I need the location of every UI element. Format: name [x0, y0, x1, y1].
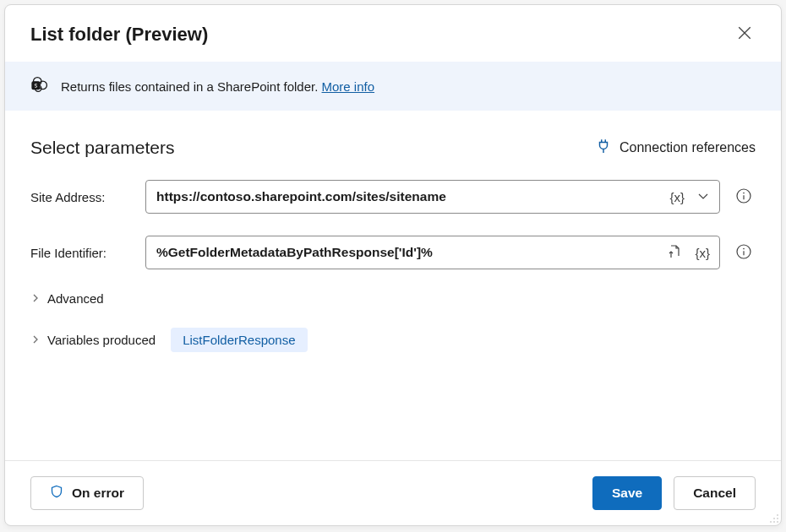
svg-point-13 — [777, 521, 778, 523]
svg-rect-3 — [32, 82, 40, 90]
variable-chip[interactable]: ListFolderResponse — [171, 328, 307, 352]
save-button[interactable]: Save — [592, 476, 662, 510]
site-address-info-button[interactable] — [732, 184, 756, 210]
chevron-right-icon — [30, 291, 41, 306]
shield-icon — [50, 485, 63, 502]
dialog-title: List folder (Preview) — [30, 24, 208, 46]
svg-point-10 — [777, 518, 778, 519]
save-label: Save — [612, 486, 642, 501]
info-strip: Returns files contained in a SharePoint … — [5, 62, 781, 111]
file-identifier-input-wrap: {x} — [145, 236, 720, 269]
variables-produced-label: Variables produced — [47, 333, 156, 347]
connection-references-label: Connection references — [620, 140, 756, 155]
site-address-input[interactable] — [156, 189, 662, 204]
chevron-right-icon — [30, 333, 41, 347]
svg-point-9 — [773, 518, 775, 519]
file-identifier-input[interactable] — [156, 245, 660, 260]
connection-references-button[interactable]: Connection references — [596, 138, 756, 157]
parameters-header-row: Select parameters Connection references — [30, 138, 756, 158]
svg-point-7 — [743, 247, 745, 249]
site-address-label: Site Address: — [30, 190, 134, 204]
field-file-identifier: File Identifier: {x} — [30, 236, 756, 269]
sharepoint-icon — [30, 75, 49, 97]
insert-variable-button-2[interactable]: {x} — [690, 242, 714, 263]
close-icon — [737, 30, 752, 43]
dropdown-button[interactable] — [692, 186, 714, 209]
on-error-label: On error — [72, 486, 124, 501]
file-picker-button[interactable] — [663, 241, 687, 265]
svg-point-11 — [770, 521, 772, 523]
insert-variable-button[interactable]: {x} — [665, 187, 689, 208]
cancel-label: Cancel — [693, 486, 736, 501]
file-identifier-label: File Identifier: — [30, 246, 134, 260]
close-button[interactable] — [734, 22, 756, 46]
more-info-link[interactable]: More info — [322, 79, 375, 94]
dialog-body: Select parameters Connection references … — [5, 111, 781, 460]
site-address-input-wrap: {x} — [145, 180, 720, 214]
variables-produced-toggle[interactable]: Variables produced ListFolderResponse — [30, 328, 756, 352]
cancel-button[interactable]: Cancel — [674, 476, 756, 510]
resize-grip-icon[interactable] — [767, 512, 779, 524]
variable-icon: {x} — [669, 190, 685, 204]
file-identifier-info-button[interactable] — [732, 240, 756, 266]
variable-icon: {x} — [695, 246, 710, 260]
info-description-text: Returns files contained in a SharePoint … — [61, 79, 322, 94]
chevron-down-icon — [696, 189, 710, 205]
svg-point-12 — [773, 521, 775, 523]
plug-icon — [596, 138, 611, 157]
svg-point-8 — [777, 514, 778, 516]
info-icon — [735, 194, 752, 207]
dialog-footer: On error Save Cancel — [5, 460, 781, 525]
info-icon — [735, 250, 752, 263]
dialog-header: List folder (Preview) — [5, 5, 781, 62]
file-upload-icon — [668, 244, 683, 262]
on-error-button[interactable]: On error — [30, 476, 144, 510]
dialog: List folder (Preview) Returns files cont… — [4, 4, 782, 526]
section-title: Select parameters — [30, 138, 174, 158]
svg-point-5 — [743, 192, 745, 193]
info-description: Returns files contained in a SharePoint … — [61, 79, 374, 94]
field-site-address: Site Address: {x} — [30, 180, 756, 214]
advanced-label: Advanced — [47, 291, 104, 306]
advanced-toggle[interactable]: Advanced — [30, 291, 756, 306]
